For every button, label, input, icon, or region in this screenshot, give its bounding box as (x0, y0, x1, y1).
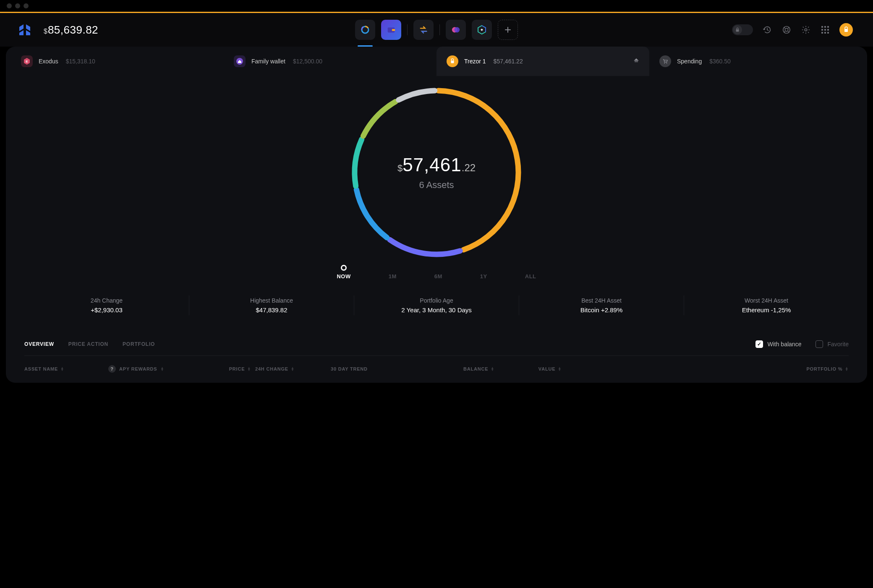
stat-highest-balance: Highest Balance $47,839.82 (189, 295, 354, 315)
wallet-tab-spending[interactable]: Spending $360.50 (649, 47, 862, 76)
svg-rect-2 (392, 29, 395, 31)
grid-icon (821, 26, 829, 34)
wallet-tab-exodus[interactable]: E Exodus $15,318.10 (11, 47, 224, 76)
lock-toggle[interactable] (732, 24, 753, 35)
total-balance-amount: 85,639.82 (48, 24, 98, 37)
trezor-icon (450, 58, 455, 64)
nav-rewards-button[interactable] (446, 20, 466, 40)
support-button[interactable] (782, 25, 792, 35)
col-price[interactable]: PRICE▲▼ (192, 366, 251, 371)
stat-worst-asset: Worst 24H Asset Ethereum -1,25% (684, 295, 849, 315)
nav-add-button[interactable] (498, 20, 518, 40)
nav-separator (439, 24, 440, 35)
timerange-all[interactable]: ALL (525, 265, 536, 280)
wallet-balance: $12,500.00 (293, 58, 322, 65)
stat-portfolio-age: Portfolio Age 2 Year, 3 Month, 30 Days (354, 295, 519, 315)
hardware-wallet-button[interactable] (839, 23, 853, 37)
col-24h-change[interactable]: 24H CHANGE▲▼ (255, 366, 327, 371)
svg-point-8 (785, 28, 788, 31)
exodus-badge-icon: E (23, 57, 31, 65)
window-close-icon[interactable] (7, 3, 12, 8)
wallet-name: Spending (677, 58, 702, 65)
checkbox-icon (755, 340, 763, 348)
history-button[interactable] (762, 25, 772, 35)
nav-exchange-button[interactable] (413, 20, 434, 40)
wallet-balance: $57,461.22 (494, 58, 523, 65)
col-value[interactable]: VALUE▲▼ (499, 366, 562, 371)
col-30-day-trend[interactable]: 30 DAY TREND (331, 366, 419, 371)
cart-icon (662, 58, 668, 64)
topbar: $ 85,639.82 (0, 13, 873, 47)
stat-best-asset: Best 24H Asset Bitcoin +2.89% (519, 295, 684, 315)
sort-icon: ▲▼ (161, 367, 165, 371)
history-icon (763, 25, 772, 34)
wallet-tab-family[interactable]: Family wallet $12,500.00 (224, 47, 436, 76)
filter-with-balance[interactable]: With balance (755, 340, 801, 348)
svg-rect-11 (824, 26, 826, 28)
wallet-name: Family wallet (251, 58, 285, 65)
tab-overview[interactable]: OVERVIEW (24, 341, 54, 347)
filter-favorite[interactable]: Favorite (815, 340, 849, 348)
timerange-6m[interactable]: 6M (434, 265, 442, 280)
currency-symbol: $ (397, 163, 403, 174)
svg-rect-17 (824, 32, 826, 34)
tab-price-action[interactable]: PRICE ACTION (68, 341, 108, 347)
timerange-1m[interactable]: 1M (389, 265, 397, 280)
portfolio-value-cents: .22 (462, 162, 476, 174)
svg-rect-13 (821, 29, 823, 31)
exchange-icon (419, 25, 428, 34)
nav-apps-button[interactable] (472, 20, 492, 40)
main-nav (355, 20, 518, 40)
sort-icon: ▲▼ (60, 367, 64, 371)
nav-wallet-button[interactable] (381, 20, 401, 40)
svg-point-24 (666, 63, 667, 63)
tab-portfolio[interactable]: PORTFOLIO (123, 341, 155, 347)
sort-icon: ▲▼ (558, 367, 562, 371)
svg-text:E: E (26, 60, 28, 63)
sort-icon: ▲▼ (491, 367, 494, 371)
col-balance[interactable]: BALANCE▲▼ (423, 366, 494, 371)
nav-separator (407, 24, 408, 35)
sort-icon: ▲▼ (845, 367, 849, 371)
stat-24h-change: 24h Change +$2,930.03 (24, 295, 189, 315)
col-apy-rewards[interactable]: ?APY REWARDS▲▼ (108, 365, 188, 373)
assets-table: OVERVIEW PRICE ACTION PORTFOLIO With bal… (24, 340, 849, 374)
main-content: E Exodus $15,318.10 Family wallet $12,50… (6, 47, 867, 383)
col-portfolio-pct[interactable]: PORTFOLIO %▲▼ (566, 366, 849, 371)
apps-grid-button[interactable] (820, 25, 830, 35)
nav-portfolio-button[interactable] (355, 20, 375, 40)
eject-icon[interactable] (633, 57, 639, 65)
window-maximize-icon[interactable] (24, 3, 29, 8)
stats-row: 24h Change +$2,930.03 Highest Balance $4… (24, 295, 849, 315)
svg-rect-18 (827, 32, 829, 34)
settings-button[interactable] (801, 25, 811, 35)
timerange-selector: NOW 1M 6M 1Y ALL (337, 265, 536, 280)
wallet-balance: $15,318.10 (66, 58, 95, 65)
wallet-icon (387, 25, 396, 34)
trezor-icon (843, 26, 849, 33)
svg-point-23 (664, 63, 665, 63)
window-minimize-icon[interactable] (15, 3, 20, 8)
timerange-now[interactable]: NOW (337, 265, 350, 280)
currency-symbol: $ (44, 28, 47, 35)
help-icon[interactable]: ? (108, 365, 116, 373)
total-balance: $ 85,639.82 (44, 24, 98, 37)
plus-icon (504, 26, 512, 34)
svg-rect-6 (736, 29, 739, 32)
window-titlebar (0, 0, 873, 12)
checkbox-icon (815, 340, 823, 348)
rewards-icon (451, 25, 460, 34)
wallet-tab-trezor1[interactable]: Trezor 1 $57,461.22 (436, 47, 649, 76)
home-icon (236, 57, 243, 65)
donut-icon (360, 25, 370, 35)
svg-rect-15 (827, 29, 829, 31)
col-asset-name[interactable]: ASSET NAME▲▼ (24, 366, 104, 371)
wallet-name: Trezor 1 (464, 58, 486, 65)
app-logo-icon[interactable] (18, 23, 32, 37)
svg-rect-22 (451, 60, 454, 63)
svg-rect-10 (821, 26, 823, 28)
svg-rect-14 (824, 29, 826, 31)
timerange-1y[interactable]: 1Y (480, 265, 487, 280)
table-header: ASSET NAME▲▼ ?APY REWARDS▲▼ PRICE▲▼ 24H … (24, 356, 849, 374)
svg-point-9 (805, 29, 807, 31)
